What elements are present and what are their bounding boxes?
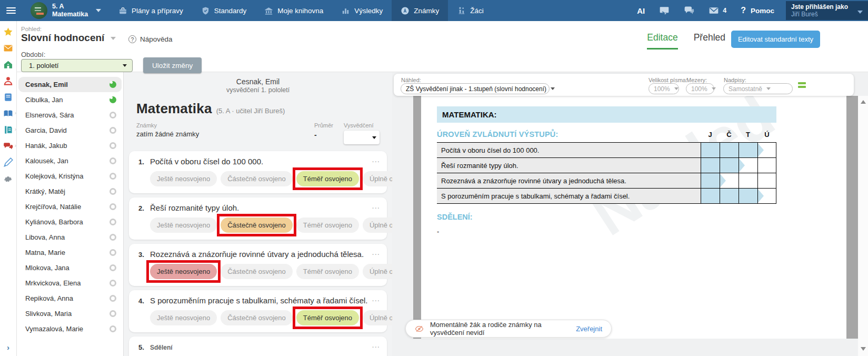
doc-row-text: Řeší rozmanité typy úloh. — [437, 158, 701, 173]
gear-icon — [3, 174, 13, 184]
status-complete-icon — [109, 81, 116, 88]
student-row[interactable]: Krejčířová, Natálie — [18, 199, 122, 214]
open-book-icon — [3, 108, 13, 118]
student-row[interactable]: Elsnerová, Sára — [18, 107, 122, 123]
period-select[interactable]: 1. pololetí — [21, 59, 133, 72]
ai-button[interactable]: AI — [637, 6, 645, 15]
level-option[interactable]: Ještě neosvojeno — [150, 310, 217, 325]
help-question-icon[interactable]: ? — [741, 6, 746, 15]
student-row[interactable]: Kolejková, Kristýna — [18, 169, 122, 184]
level-option[interactable]: Částečně osvojeno — [221, 171, 293, 186]
level-option[interactable]: Částečně osvojeno — [221, 264, 293, 279]
znamky-label: Známky — [136, 122, 199, 128]
spacing-select[interactable]: 100% — [686, 83, 714, 94]
level-option[interactable]: Téměř osvojeno — [296, 217, 359, 233]
nav-item-standardy[interactable]: Standardy — [192, 0, 256, 21]
student-row[interactable]: Repiková, Anna — [18, 291, 122, 306]
student-row[interactable]: Mlokova, Jana — [18, 260, 122, 275]
level-option[interactable]: Ještě neosvojeno — [150, 264, 217, 279]
status-empty-icon — [109, 295, 116, 302]
nav-item-znamky[interactable]: Známky — [392, 0, 448, 21]
preview-scrollbar[interactable] — [858, 96, 868, 356]
nav-item-moje-knihovna[interactable]: Moje knihovna — [255, 0, 332, 21]
level-option[interactable]: Téměř osvojeno — [296, 171, 359, 186]
tab-prehled[interactable]: Přehled — [694, 32, 725, 50]
sidebar-item-people[interactable] — [0, 73, 16, 89]
doc-subject-header: MATEMATIKA: — [437, 106, 776, 123]
level-option[interactable]: Úplně osvojeno — [363, 217, 392, 233]
student-row[interactable]: Kyliánová, Barbora — [18, 214, 122, 230]
sidebar-item-library[interactable]: › — [0, 105, 16, 122]
student-row[interactable]: Garcia, David — [18, 123, 122, 138]
class-switcher[interactable]: 5. A Matematika — [22, 0, 109, 21]
level-option[interactable]: Téměř osvojeno — [296, 310, 359, 325]
student-row[interactable]: Hanák, Jakub — [18, 138, 122, 153]
doc-level-cell — [701, 158, 720, 173]
mail-icon[interactable]: 4 — [709, 5, 726, 16]
nav-item-label: Plány a přípravy — [132, 7, 183, 15]
help-button[interactable]: Pomoc — [751, 7, 774, 15]
student-row[interactable]: Krátký, Matěj — [18, 184, 122, 199]
level-option[interactable]: Částečně osvojeno — [221, 310, 293, 325]
expand-rail-chevron[interactable]: › — [0, 343, 16, 352]
doc-level-cell — [757, 143, 776, 157]
save-changes-button[interactable]: Uložit změny — [143, 57, 202, 73]
scroll-up-icon[interactable] — [861, 100, 866, 104]
student-row[interactable]: Mrkvickova, Elena — [18, 275, 122, 291]
layout-lines-icon[interactable] — [798, 82, 806, 90]
doc-level-cell — [757, 189, 776, 203]
level-option[interactable]: Úplně osvojeno — [363, 310, 392, 325]
nav-item-zaci[interactable]: Žáci — [448, 0, 493, 21]
view-selector[interactable]: Slovní hodnocení — [21, 32, 116, 44]
card-menu-dots[interactable]: ... — [368, 342, 380, 351]
sidebar-item-messages[interactable] — [0, 40, 16, 56]
level-option[interactable]: Téměř osvojeno — [296, 264, 359, 279]
sidebar-item-notebook[interactable] — [0, 89, 16, 105]
font-size-select[interactable]: 100% — [648, 83, 679, 94]
student-row[interactable]: Cibulka, Jan — [18, 92, 122, 107]
doc-level-cells — [701, 173, 776, 188]
bar-chart-icon — [341, 6, 350, 15]
screen-share-icon[interactable] — [659, 5, 670, 16]
card-menu-dots[interactable]: ... — [368, 250, 380, 259]
level-option[interactable]: Úplně osvojeno — [363, 171, 392, 186]
help-link[interactable]: ? Nápověda — [128, 35, 173, 43]
student-row[interactable]: Matna, Marie — [18, 245, 122, 260]
menu-icon[interactable] — [0, 0, 22, 21]
sidebar-item-favorites[interactable] — [0, 24, 16, 40]
level-option[interactable]: Ještě neosvojeno — [150, 217, 217, 233]
tab-editace[interactable]: Editace — [647, 32, 677, 50]
card-menu-dots[interactable]: ... — [368, 157, 380, 166]
nav-item-vysledky[interactable]: Výsledky — [332, 0, 392, 21]
logged-in-user-menu[interactable]: Jste přihlášen jako Jiří Bureš — [786, 1, 868, 20]
sidebar-item-home[interactable] — [0, 56, 16, 73]
level-option[interactable]: Částečně osvojeno — [221, 217, 293, 233]
student-row[interactable]: Kalousek, Jan — [18, 153, 122, 169]
doc-level-cell — [720, 173, 739, 188]
template-select[interactable]: ZŠ Vysvědčení jinak - 1.stupeň (slovní h… — [401, 83, 550, 94]
nav-item-plany-a-pripravy[interactable]: Plány a přípravy — [109, 0, 192, 21]
level-option[interactable]: Ještě neosvojeno — [150, 171, 217, 186]
sidebar-item-documents[interactable]: › — [0, 122, 16, 138]
sidebar-item-discussions[interactable]: › — [0, 138, 16, 154]
student-row[interactable]: Libova, Anna — [18, 230, 122, 245]
student-row[interactable]: Slivkova, Maria — [18, 306, 122, 321]
student-row[interactable]: Vymazalová, Marie — [18, 321, 122, 337]
chat-icon[interactable] — [684, 5, 694, 16]
report-grade-select[interactable] — [344, 131, 380, 144]
headings-select[interactable]: Samostatně — [723, 83, 793, 94]
publish-link[interactable]: Zveřejnit — [576, 325, 602, 333]
sidebar-item-settings[interactable] — [0, 171, 16, 187]
chevron-down-icon — [766, 87, 771, 90]
level-option[interactable]: Úplně osvojeno — [363, 264, 392, 279]
scroll-down-icon[interactable] — [861, 347, 866, 351]
status-empty-icon — [109, 249, 116, 256]
edit-standard-texts-button[interactable]: Editovat standardní texty — [731, 31, 820, 48]
card-menu-dots[interactable]: ... — [368, 203, 380, 212]
assessment-cards: 1.Počítá v oboru čísel do 100 000....Ješ… — [129, 151, 387, 356]
card-menu-dots[interactable]: ... — [368, 296, 380, 305]
sidebar-item-pen[interactable] — [0, 154, 16, 171]
editor-student-name: Cesnak, Emil — [124, 77, 392, 86]
student-name: Kyliánová, Barbora — [25, 218, 83, 226]
student-row[interactable]: Cesnak, Emil — [18, 77, 122, 92]
